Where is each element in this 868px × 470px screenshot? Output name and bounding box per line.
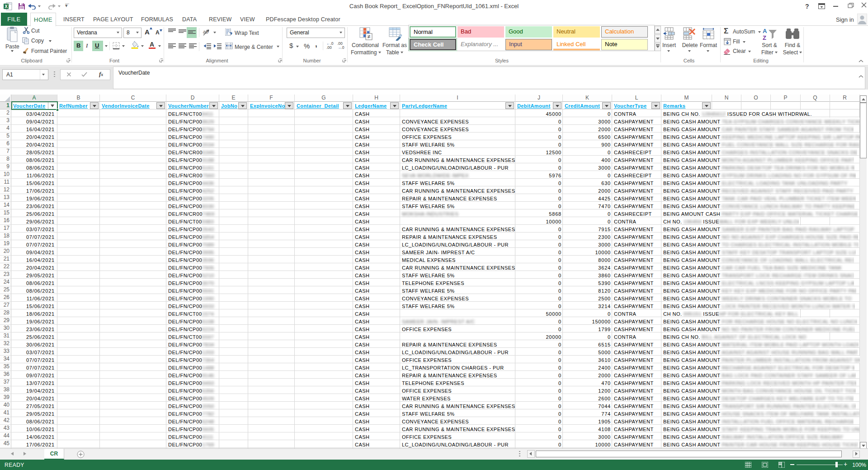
svg-text:ab: ab [203,29,208,34]
svg-text:≠: ≠ [368,33,371,40]
svg-text:Z: Z [763,34,766,41]
svg-text:A: A [763,28,767,34]
